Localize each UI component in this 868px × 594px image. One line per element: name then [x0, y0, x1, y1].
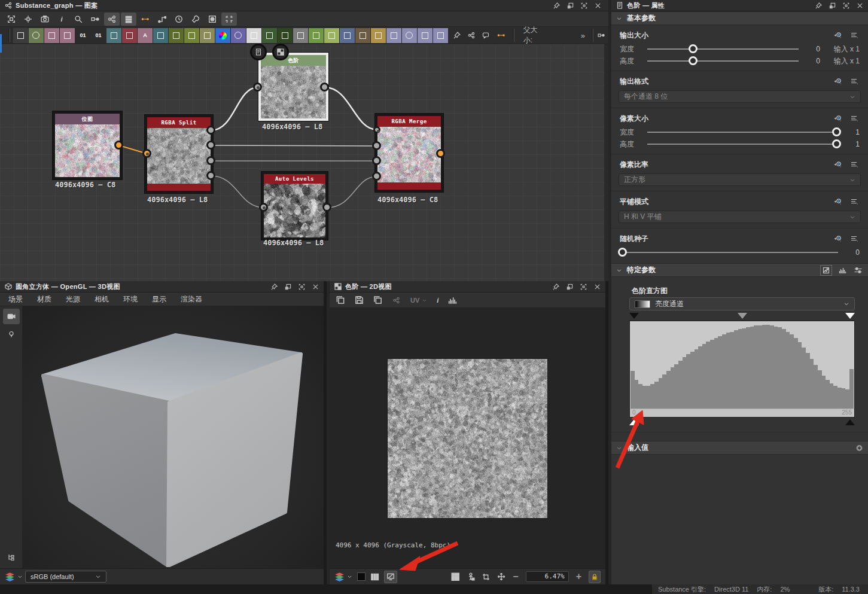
gradient-axial-node[interactable] [278, 28, 293, 43]
output-preview-badge[interactable] [272, 44, 289, 60]
options-list-button[interactable] [850, 235, 860, 242]
close-icon[interactable] [595, 2, 601, 9]
pin-node-icon[interactable] [453, 32, 461, 39]
splatter-node[interactable] [418, 28, 433, 43]
levels-max-handle[interactable] [845, 313, 855, 319]
node-bitmap[interactable]: 位图 [53, 111, 122, 179]
function-button[interactable] [833, 32, 843, 39]
grid-icon[interactable] [451, 572, 459, 581]
histogram-toggle-button[interactable] [838, 267, 847, 274]
menu-显示[interactable]: 显示 [152, 294, 166, 304]
function-button[interactable] [833, 235, 843, 242]
output-usage-badge[interactable] [250, 44, 267, 60]
zoom-in-button[interactable]: + [576, 571, 581, 582]
options-list-button[interactable] [850, 198, 860, 205]
options-list-button[interactable] [850, 161, 860, 168]
comment-bubble-icon[interactable] [482, 32, 489, 39]
colorspace-layers-icon[interactable] [5, 572, 15, 581]
pixel-ratio-select[interactable]: 正方形 [619, 173, 861, 186]
rgba-merge-input-b-dot[interactable] [372, 156, 381, 165]
tiling-mode-select[interactable]: H 和 V 平铺 [619, 211, 861, 223]
node-rgba-merge[interactable]: RGBA Merge [375, 114, 443, 192]
output-width-mult[interactable]: 输入 x 1 [820, 44, 860, 54]
rgba-merge-input-g-dot[interactable] [372, 141, 381, 150]
output-min-handle[interactable] [629, 419, 639, 425]
pin-link-node[interactable] [293, 28, 308, 43]
background-color-swatch[interactable] [357, 572, 366, 581]
graph-canvas[interactable]: 位图 4096x4096 — C8 RGBA Split 4096x4096 —… [0, 44, 604, 281]
pin-icon[interactable] [271, 284, 278, 290]
node-rgba-split-input-dot[interactable] [142, 149, 151, 158]
chevron-down-icon[interactable] [17, 573, 23, 580]
lock-zoom-button[interactable] [589, 571, 601, 583]
node-levels[interactable]: 色阶 [258, 53, 328, 121]
curve-node[interactable] [44, 28, 59, 43]
histogram-node[interactable] [309, 28, 324, 43]
levels-mid-handle[interactable] [738, 313, 747, 319]
toolbar-overflow-chevron[interactable]: » [581, 31, 585, 40]
options-list-button[interactable] [850, 32, 860, 39]
blur-node[interactable] [200, 28, 215, 43]
function-button[interactable] [833, 78, 843, 85]
light-button[interactable] [3, 327, 20, 342]
node-auto-levels-output-dot[interactable] [322, 203, 331, 212]
warp-node[interactable] [371, 28, 386, 43]
function-button[interactable] [833, 161, 843, 168]
rgba-split-output-r-dot[interactable] [206, 126, 215, 135]
histogram-channel-select[interactable]: 亮度通道 [629, 297, 855, 310]
pixel-height-slider[interactable] [647, 139, 838, 150]
gradient-node[interactable] [184, 28, 199, 43]
dot-link-icon[interactable] [497, 32, 506, 39]
node-rgba-split[interactable]: RGBA Split [145, 115, 213, 193]
grid-node[interactable] [13, 28, 28, 43]
link-display-icon[interactable] [596, 32, 606, 39]
crop-node[interactable] [402, 28, 417, 43]
section-basic-parameters[interactable]: 基本参数 [611, 11, 868, 25]
elbow-links-button[interactable] [154, 13, 170, 26]
sliders-toggle-button[interactable] [853, 267, 863, 274]
maximize-icon[interactable] [581, 2, 587, 9]
image-stack-icon[interactable] [336, 296, 345, 304]
info-icon[interactable]: i [437, 297, 438, 304]
graph-view-button[interactable] [104, 13, 120, 26]
scene-tree-button[interactable] [3, 549, 20, 565]
menu-材质[interactable]: 材质 [37, 294, 51, 304]
float-window-icon[interactable] [829, 2, 836, 9]
menu-渲染器[interactable]: 渲染器 [181, 294, 202, 304]
save-icon[interactable] [355, 296, 364, 304]
add-input-button[interactable] [855, 444, 863, 452]
zoom-field[interactable]: 6.47% [526, 571, 569, 582]
options-list-button[interactable] [850, 78, 860, 85]
bitmap-node[interactable] [60, 28, 75, 43]
pin-icon[interactable] [553, 2, 560, 9]
close-icon[interactable] [594, 284, 601, 290]
display-filter-button[interactable] [384, 571, 397, 583]
colorspace-select[interactable]: sRGB (default) [25, 571, 106, 583]
copy-icon[interactable] [373, 296, 382, 304]
value-01-node[interactable]: 01 [75, 28, 90, 43]
frame-all-button[interactable] [4, 13, 19, 26]
normal-node[interactable] [324, 28, 339, 43]
menu-场景[interactable]: 场景 [8, 294, 23, 304]
pin-icon[interactable] [815, 2, 822, 9]
section-specific-parameters[interactable]: 特定参数 [611, 263, 868, 277]
output-max-handle[interactable] [845, 419, 855, 425]
levels-min-handle[interactable] [629, 313, 639, 319]
node-levels-output-dot[interactable] [320, 83, 329, 92]
tiling-columns-icon[interactable] [370, 572, 379, 581]
graph-node-icon[interactable] [468, 32, 475, 39]
rgba-merge-input-r-dot[interactable] [373, 126, 380, 133]
pin-icon[interactable] [553, 284, 559, 290]
node-bitmap-output-dot[interactable] [114, 141, 123, 150]
screenshot-button[interactable] [37, 13, 53, 26]
output-format-select[interactable]: 每个通道 8 位 [619, 90, 861, 103]
chevron-down-icon[interactable] [347, 573, 352, 580]
function-button[interactable] [833, 115, 843, 122]
maximize-icon[interactable] [580, 284, 587, 290]
zoom-out-button[interactable]: − [513, 571, 518, 582]
gradient-map-node[interactable] [262, 28, 277, 43]
tile-node[interactable] [106, 28, 121, 43]
hsl-node[interactable] [215, 28, 230, 43]
stack-view-button[interactable] [121, 13, 136, 26]
rgba-split-output-b-dot[interactable] [206, 156, 215, 165]
